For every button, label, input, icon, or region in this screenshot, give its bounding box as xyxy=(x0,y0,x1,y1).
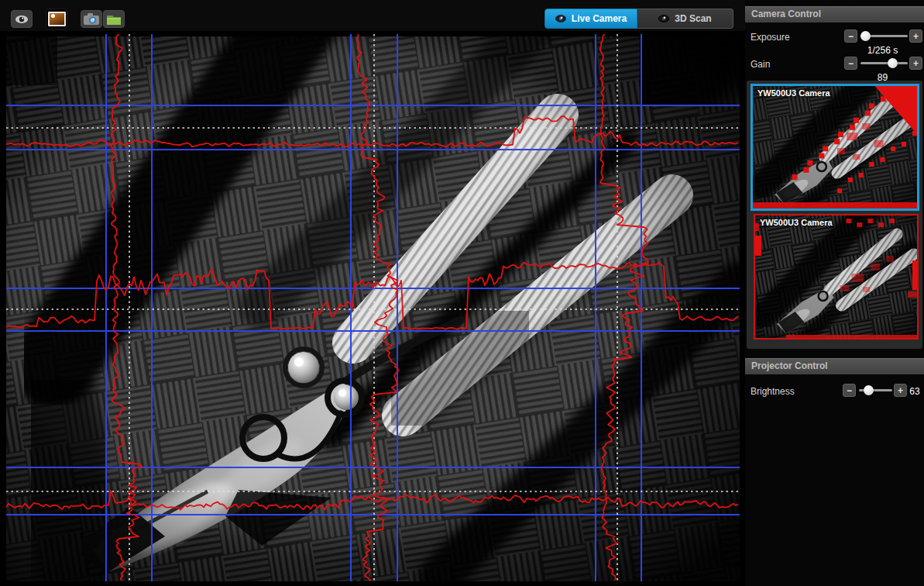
gain-minus-button[interactable]: − xyxy=(844,57,857,70)
image-display-button[interactable] xyxy=(46,9,67,29)
image-icon xyxy=(48,12,66,26)
scan-3d-label: 3D Scan xyxy=(675,13,711,24)
gain-plus-button[interactable]: + xyxy=(909,57,922,70)
brightness-plus-button[interactable]: + xyxy=(894,384,907,397)
live-camera-eye-icon xyxy=(555,15,566,22)
camera-icon xyxy=(83,12,100,26)
brightness-value: 63 xyxy=(906,386,923,397)
exposure-minus-button[interactable]: − xyxy=(844,29,857,43)
view-button[interactable] xyxy=(11,10,33,28)
top-toolbar: Live Camera 3D Scan xyxy=(0,0,745,31)
camera-thumbnail-selected[interactable]: YW500U3 Camera xyxy=(751,84,919,211)
live-camera-button[interactable]: Live Camera xyxy=(544,9,637,29)
exposure-plus-button[interactable]: + xyxy=(909,29,922,43)
camera-thumbnail-image xyxy=(755,215,917,338)
camera-thumbnail-unselected[interactable]: YW500U3 Camera xyxy=(754,214,919,340)
live-camera-label: Live Camera xyxy=(572,13,627,24)
eye-icon xyxy=(15,15,29,24)
camera-thumbnail-card: YW500U3 Camera YW500U3 Ca xyxy=(747,81,922,349)
gain-label: Gain xyxy=(751,59,770,70)
exposure-label: Exposure xyxy=(751,32,790,43)
camera-image[interactable] xyxy=(6,34,740,581)
exposure-slider-thumb[interactable] xyxy=(860,31,871,41)
scan-eye-icon xyxy=(658,15,669,22)
camera-thumbnail-label: YW500U3 Camera xyxy=(757,88,830,98)
gain-slider[interactable] xyxy=(860,62,908,64)
brightness-slider[interactable] xyxy=(859,389,892,391)
camera-thumbnail-image xyxy=(753,86,917,209)
scanner-app-window: { "toolbar": { "buttons": [ {"id": "view… xyxy=(0,0,924,586)
camera-thumbnail-label: YW500U3 Camera xyxy=(760,218,833,227)
gain-slider-thumb[interactable] xyxy=(888,58,898,68)
projector-control-header: Projector Control xyxy=(745,358,924,374)
open-folder-button[interactable] xyxy=(103,10,125,28)
folder-icon xyxy=(106,13,122,26)
brightness-slider-thumb[interactable] xyxy=(864,385,874,395)
control-panel: Camera Control Exposure − + 1/256 s Gain… xyxy=(745,0,924,586)
brightness-minus-button[interactable]: − xyxy=(843,384,856,397)
brightness-label: Brightness xyxy=(751,386,795,397)
camera-control-header: Camera Control xyxy=(745,6,924,22)
scan-3d-button[interactable]: 3D Scan xyxy=(637,9,733,29)
exposure-value: 1/256 s xyxy=(846,45,919,56)
snapshot-button[interactable] xyxy=(81,10,102,28)
exposure-slider[interactable] xyxy=(860,35,908,37)
camera-mode-toggle: Live Camera 3D Scan xyxy=(544,9,733,29)
live-camera-viewport[interactable] xyxy=(6,34,740,581)
vignette xyxy=(6,34,740,581)
